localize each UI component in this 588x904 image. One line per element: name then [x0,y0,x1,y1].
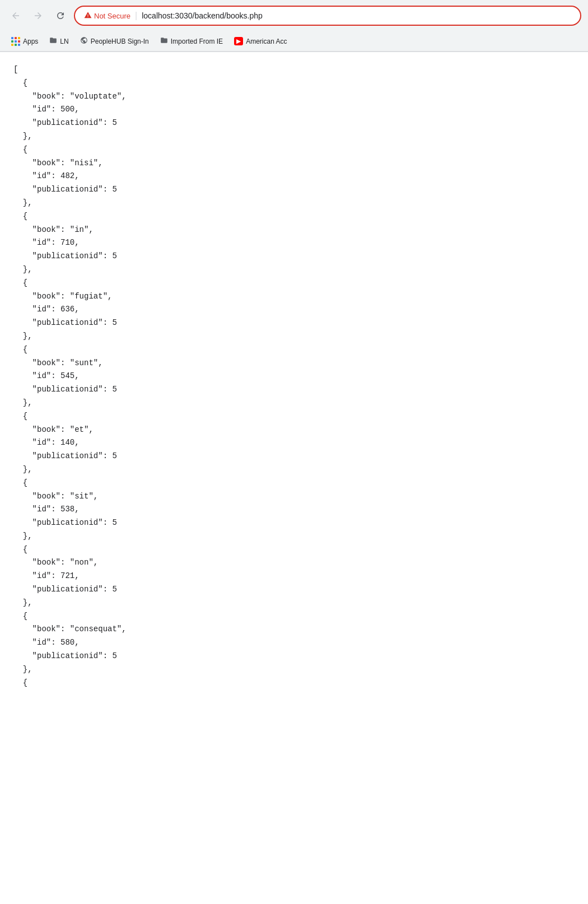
browser-chrome: Not Secure | localhost:3030/backend/book… [0,0,588,52]
ln-label: LN [60,38,68,45]
json-book-5: "book": "sunt", [13,357,575,370]
bookmark-ln[interactable]: LN [45,34,73,48]
bookmark-peoplehub[interactable]: PeopleHUB Sign-In [76,34,153,48]
json-book-8: "book": "non", [13,556,575,570]
json-obj-open-7: { [13,477,575,490]
json-pubid-9: "publicationid": 5 [13,650,575,663]
json-obj-close-1: }, [13,130,575,143]
json-obj-open-5: { [13,343,575,357]
json-obj-close-6: }, [13,463,575,477]
json-open-bracket: [ [13,63,575,77]
bookmark-american-acc[interactable]: ▶ American Acc [230,35,291,48]
json-pubid-1: "publicationid": 5 [13,117,575,130]
globe-icon-peoplehub [80,36,88,46]
json-pubid-5: "publicationid": 5 [13,383,575,397]
address-bar[interactable]: Not Secure | localhost:3030/backend/book… [74,6,581,26]
url-separator: | [135,11,137,21]
json-book-3: "book": "in", [13,223,575,237]
peoplehub-label: PeopleHUB Sign-In [91,38,149,45]
url-display[interactable]: localhost:3030/backend/books.php [142,11,571,20]
back-button[interactable] [7,7,25,25]
apps-label: Apps [23,38,38,45]
youtube-icon: ▶ [234,37,243,45]
json-obj-open-10: { [13,677,575,690]
json-obj-close-2: }, [13,197,575,210]
forward-button[interactable] [29,7,47,25]
not-secure-label: Not Secure [94,12,130,20]
json-id-7: "id": 538, [13,503,575,516]
json-obj-open-6: { [13,410,575,423]
json-obj-open-1: { [13,77,575,90]
json-obj-close-3: }, [13,263,575,277]
json-id-5: "id": 545, [13,370,575,383]
json-book-9: "book": "consequat", [13,623,575,636]
json-id-9: "id": 580, [13,636,575,650]
json-obj-close-5: }, [13,397,575,410]
imported-from-ie-label: Imported From IE [171,38,223,45]
json-pubid-3: "publicationid": 5 [13,250,575,263]
json-obj-open-9: { [13,610,575,623]
json-obj-close-8: }, [13,597,575,610]
json-book-7: "book": "sit", [13,490,575,504]
warning-triangle-icon [84,11,92,21]
json-id-2: "id": 482, [13,170,575,183]
json-id-1: "id": 500, [13,103,575,117]
json-pubid-6: "publicationid": 5 [13,450,575,463]
nav-bar: Not Secure | localhost:3030/backend/book… [0,0,588,31]
json-pubid-7: "publicationid": 5 [13,516,575,530]
json-id-6: "id": 140, [13,436,575,450]
json-obj-open-8: { [13,543,575,557]
json-book-4: "book": "fugiat", [13,290,575,304]
reload-button[interactable] [52,7,69,25]
json-id-8: "id": 721, [13,570,575,583]
bookmarks-bar: Apps LN PeopleHUB Sign-In [0,31,588,52]
json-book-2: "book": "nisi", [13,157,575,170]
json-pubid-8: "publicationid": 5 [13,583,575,597]
folder-icon-ln [49,36,57,46]
json-obj-close-7: }, [13,530,575,543]
json-id-4: "id": 636, [13,303,575,316]
json-obj-close-9: }, [13,663,575,677]
json-book-1: "book": "voluptate", [13,90,575,104]
folder-icon-imported [160,36,168,46]
american-acc-label: American Acc [246,38,287,45]
json-obj-open-3: { [13,210,575,223]
json-obj-close-4: }, [13,330,575,343]
apps-grid-icon [11,37,20,46]
json-id-3: "id": 710, [13,236,575,250]
bookmark-apps[interactable]: Apps [7,35,43,48]
page-content: [ { "book": "voluptate", "id": 500, "pub… [0,52,588,701]
json-book-6: "book": "et", [13,423,575,437]
json-pubid-2: "publicationid": 5 [13,183,575,197]
json-pubid-4: "publicationid": 5 [13,316,575,330]
bookmark-imported-from-ie[interactable]: Imported From IE [156,34,227,48]
security-warning: Not Secure [84,11,130,21]
json-obj-open-4: { [13,277,575,290]
json-obj-open-2: { [13,143,575,157]
